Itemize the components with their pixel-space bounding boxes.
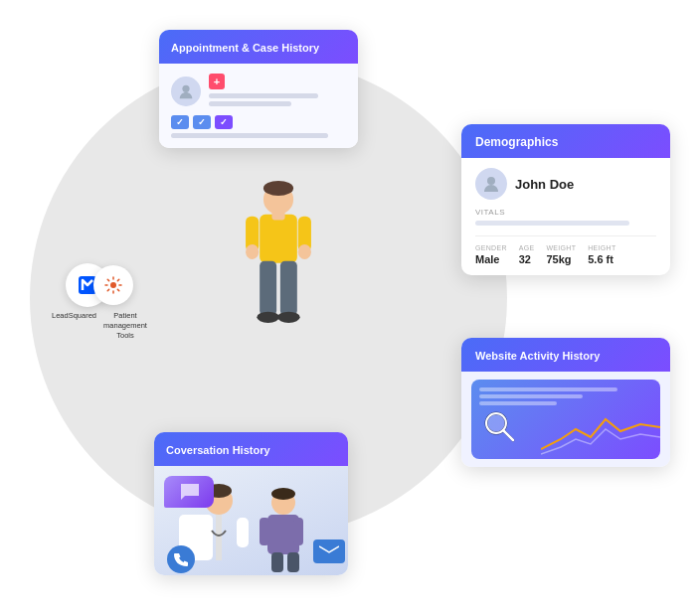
website-inner-card — [471, 380, 660, 459]
website-title: Website Activity History — [475, 350, 600, 362]
vitals-bar — [475, 221, 629, 226]
leadsquared-label: LeadSquared — [52, 311, 95, 340]
svg-rect-22 — [216, 515, 222, 560]
demographics-body: John Doe VITALS GENDER Male AGE 32 WEIGH… — [461, 158, 670, 275]
website-body — [461, 372, 670, 467]
appointment-card-header: Appointment & Case History — [159, 30, 358, 64]
svg-rect-30 — [271, 552, 283, 572]
svg-point-6 — [298, 244, 311, 259]
appt-line-1 — [209, 93, 318, 98]
height-stat: HEIGHT 5.6 ft — [588, 244, 615, 265]
website-header: Website Activity History — [461, 338, 670, 372]
appointment-card: Appointment & Case History + ✓ — [159, 30, 358, 148]
pmt-label: Patient management Tools — [99, 311, 151, 340]
svg-point-32 — [271, 488, 295, 500]
demographics-header: Demographics — [461, 124, 670, 158]
svg-rect-9 — [280, 261, 297, 316]
svg-rect-24 — [237, 518, 249, 547]
svg-rect-33 — [319, 544, 339, 558]
age-value: 32 — [519, 253, 535, 265]
checkbox-3: ✓ — [215, 115, 233, 129]
weight-value: 75kg — [546, 253, 576, 265]
svg-point-13 — [110, 282, 116, 288]
website-chart — [541, 409, 660, 459]
gender-label: GENDER — [475, 244, 507, 251]
svg-point-1 — [263, 181, 293, 196]
svg-rect-29 — [293, 518, 303, 545]
checkbox-1: ✓ — [171, 115, 189, 129]
checkbox-2: ✓ — [193, 115, 211, 129]
website-line-3 — [479, 401, 557, 405]
appointment-card-title: Appointment & Case History — [171, 42, 319, 54]
website-line-1 — [479, 387, 617, 391]
svg-rect-7 — [271, 211, 284, 220]
age-stat: AGE 32 — [519, 244, 535, 265]
conversation-header: Coversation History — [154, 432, 348, 466]
demographics-title: Demographics — [475, 135, 558, 149]
red-cross-icon: + — [209, 74, 225, 89]
vitals-label: VITALS — [475, 208, 656, 217]
svg-rect-31 — [287, 552, 299, 572]
demo-patient-row: John Doe — [475, 168, 656, 200]
weight-stat: WEIGHT 75kg — [546, 244, 576, 265]
svg-rect-28 — [260, 518, 269, 545]
age-label: AGE — [519, 244, 535, 251]
demographics-card: Demographics John Doe VITALS GENDER Male… — [461, 124, 670, 275]
svg-rect-2 — [260, 215, 297, 263]
demo-patient-name: John Doe — [515, 177, 574, 192]
appointment-card-body: + ✓ ✓ ✓ — [159, 64, 358, 148]
person-figure — [239, 179, 318, 338]
conversation-title: Coversation History — [166, 444, 270, 456]
weight-label: WEIGHT — [546, 244, 576, 251]
gender-stat: GENDER Male — [475, 244, 507, 265]
height-value: 5.6 ft — [588, 253, 615, 265]
appt-checkboxes: ✓ ✓ ✓ — [171, 115, 346, 129]
gender-value: Male — [475, 253, 507, 265]
demo-avatar — [475, 168, 507, 200]
website-content-lines — [479, 387, 652, 405]
gear-circle — [93, 265, 133, 305]
appointment-avatar — [171, 77, 201, 106]
svg-rect-8 — [260, 261, 276, 316]
svg-point-11 — [277, 312, 300, 323]
height-label: HEIGHT — [588, 244, 615, 251]
chat-bubble-icon — [164, 476, 214, 508]
svg-point-14 — [182, 85, 189, 92]
appt-line-2 — [209, 101, 291, 106]
appt-bar — [171, 133, 328, 138]
svg-point-10 — [257, 312, 279, 323]
website-line-2 — [479, 394, 583, 398]
email-badge — [313, 539, 345, 563]
svg-point-5 — [246, 244, 259, 259]
magnifier-icon — [481, 408, 517, 444]
website-activity-card: Website Activity History — [461, 338, 670, 467]
svg-line-19 — [503, 430, 513, 440]
demo-stats-row: GENDER Male AGE 32 WEIGHT 75kg HEIGHT 5.… — [475, 235, 656, 265]
svg-point-15 — [487, 177, 495, 185]
svg-rect-23 — [187, 518, 199, 547]
logo-area: LeadSquared Patient management Tools — [52, 263, 151, 340]
phone-badge — [167, 545, 195, 573]
